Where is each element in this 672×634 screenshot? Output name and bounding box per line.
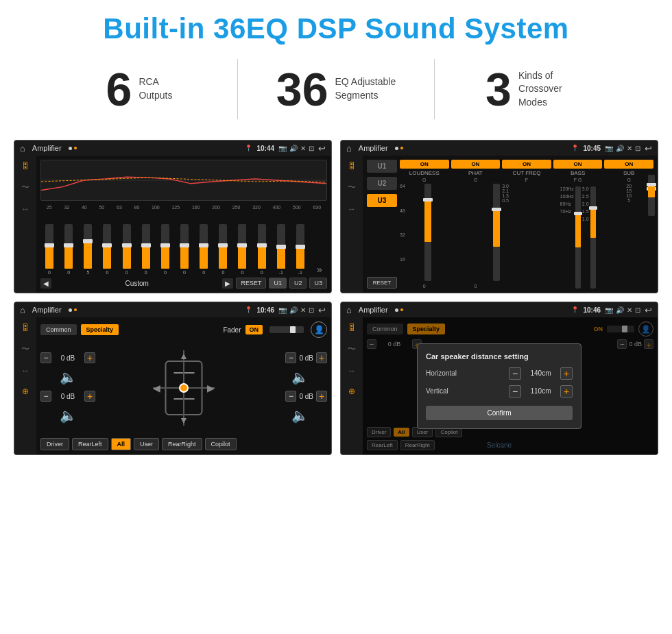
phat-on-btn[interactable]: ON (451, 160, 501, 169)
eq-slider-4: 0 (103, 224, 111, 275)
fader-knob[interactable] (179, 383, 189, 393)
vol-rl-plus[interactable]: + (84, 391, 95, 402)
dialog-vertical-label: Vertical (426, 387, 505, 395)
dot-1a (69, 147, 72, 150)
pos-copilot-btn[interactable]: Copilot (205, 438, 237, 450)
dialog-vertical-minus[interactable]: − (509, 385, 521, 398)
close-icon-1[interactable]: ✕ (300, 145, 306, 152)
back-icon-4[interactable]: ↩ (645, 305, 652, 315)
app-title-2: Amplifier (359, 144, 388, 152)
wave-icon-2[interactable]: 〜 (348, 182, 356, 193)
speaker-fr: 🔈 (272, 369, 327, 385)
speaker-icon-2[interactable]: ↔ (348, 204, 356, 214)
window-icon-2[interactable]: ⊡ (635, 145, 640, 152)
dialog-box: Car speaker distance setting Horizontal … (417, 343, 581, 429)
eq-slider-9: 0 (200, 224, 208, 275)
vol-fr-minus[interactable]: − (285, 352, 296, 363)
pos-user-btn[interactable]: User (134, 438, 159, 450)
dialog-horizontal-minus[interactable]: − (509, 367, 521, 380)
window-icon-1[interactable]: ⊡ (309, 145, 314, 152)
back-icon-2[interactable]: ↩ (645, 143, 652, 154)
vol-rr-minus[interactable]: − (285, 391, 296, 402)
app-title-4: Amplifier (359, 306, 388, 314)
dialog-vertical-row: Vertical − 110cm + (426, 385, 573, 398)
wave-icon[interactable]: 〜 (21, 182, 29, 193)
home-icon-1[interactable]: ⌂ (20, 143, 25, 154)
pos-all-btn[interactable]: All (111, 438, 132, 450)
eq-prev-btn[interactable]: ◀ (40, 278, 51, 289)
pin-icon-1: 📍 (245, 145, 252, 151)
loudness-on-btn[interactable]: ON (400, 160, 449, 169)
close-icon-3[interactable]: ✕ (300, 306, 306, 314)
crossover-left: U1 U2 U3 RESET (367, 160, 397, 289)
close-icon-4[interactable]: ✕ (627, 306, 632, 314)
status-bar-3: ⌂ Amplifier 📍 10:46 📷 🔊 ✕ ⊡ ↩ (14, 302, 331, 317)
eq-u3-btn[interactable]: U3 (309, 278, 327, 289)
vol-fl-minus[interactable]: − (40, 352, 51, 363)
cutfreq-on-btn[interactable]: ON (502, 160, 551, 169)
home-icon-2[interactable]: ⌂ (346, 143, 352, 154)
home-icon-4[interactable]: ⌂ (346, 305, 352, 315)
eq-u2-btn[interactable]: U2 (289, 278, 307, 289)
volume-icon-2: 🔊 (616, 145, 624, 152)
back-icon-3[interactable]: ↩ (318, 305, 326, 315)
wave-icon-3[interactable]: 〜 (21, 343, 29, 355)
dialog-vertical-plus[interactable]: + (560, 385, 573, 398)
bass-on-btn[interactable]: ON (553, 160, 603, 169)
eq-icon-2[interactable]: 🎛 (348, 161, 356, 171)
eq-u1-btn[interactable]: U1 (269, 278, 287, 289)
home-icon-3[interactable]: ⌂ (20, 305, 25, 315)
screen3-sidebar: 🎛 〜 ↔ ⊕ (14, 317, 36, 454)
close-icon-2[interactable]: ✕ (627, 145, 632, 152)
eq-icon-3[interactable]: 🎛 (21, 323, 29, 332)
crossover-reset-btn[interactable]: RESET (367, 277, 397, 289)
dialog-horizontal-plus[interactable]: + (560, 367, 573, 380)
arrow-left[interactable]: ◀ (153, 382, 160, 393)
dot-4b (400, 308, 403, 311)
volume-icon-3: 🔊 (289, 306, 298, 314)
vol-rl-minus[interactable]: − (40, 391, 51, 402)
screen-crossover: ⌂ Amplifier 📍 10:45 📷 🔊 ✕ ⊡ ↩ 🎛 〜 ↔ (340, 140, 658, 293)
vol-rr-plus[interactable]: + (316, 391, 327, 402)
status-bar-1: ⌂ Amplifier 📍 10:44 📷 🔊 ✕ ⊡ ↩ (14, 141, 331, 156)
tab-specialty-3[interactable]: Specialty (81, 324, 119, 335)
speaker-icon-side[interactable]: ↔ (21, 204, 29, 214)
pos-driver-btn[interactable]: Driver (40, 438, 69, 450)
vol-fr-plus[interactable]: + (316, 352, 327, 363)
u2-btn[interactable]: U2 (367, 177, 397, 190)
fader-icon-3[interactable]: ⊕ (22, 387, 29, 396)
back-icon-1[interactable]: ↩ (318, 143, 326, 154)
window-icon-4[interactable]: ⊡ (635, 306, 640, 314)
speaker-icon-3[interactable]: ↔ (21, 366, 29, 376)
window-icon-3[interactable]: ⊡ (309, 306, 314, 314)
profile-icon-3[interactable]: 👤 (311, 321, 327, 338)
arrow-up[interactable]: ▲ (179, 350, 189, 361)
eq-slider-5: 0 (123, 224, 131, 275)
status-icons-3: 📷 🔊 ✕ ⊡ (278, 306, 314, 314)
confirm-button[interactable]: Confirm (426, 406, 573, 420)
eq-reset-btn[interactable]: RESET (236, 278, 266, 289)
pin-icon-3: 📍 (245, 306, 252, 313)
eq-slider-8: 0 (180, 224, 189, 275)
pos-rearright-btn[interactable]: RearRight (162, 438, 202, 450)
loudness-label: LOUDNESS (409, 170, 440, 176)
eq-slider-10: 0 (219, 224, 227, 275)
dot-2a (395, 147, 398, 150)
screen2-main: U1 U2 U3 RESET ON LOUDNESS G 64 48 32 (363, 156, 658, 293)
vol-fl-plus[interactable]: + (84, 352, 95, 363)
arrow-down[interactable]: ▼ (179, 415, 189, 426)
eq-arrow-right[interactable]: » (317, 264, 322, 275)
sub-on-btn[interactable]: ON (604, 160, 653, 169)
fader-slider[interactable] (269, 326, 304, 333)
vol-rl-val: 0 dB (54, 393, 82, 400)
position-buttons: Driver RearLeft All User RearRight Copil… (40, 438, 327, 450)
arrow-right[interactable]: ▶ (207, 382, 215, 393)
fader-on-btn[interactable]: ON (245, 325, 263, 334)
u3-btn[interactable]: U3 (367, 194, 397, 207)
eq-next-btn[interactable]: ▶ (222, 278, 233, 289)
pos-rearleft-btn[interactable]: RearLeft (72, 438, 108, 450)
eq-icon-active[interactable]: 🎛 (21, 161, 29, 171)
u1-btn[interactable]: U1 (367, 160, 397, 173)
dots-4 (395, 308, 403, 312)
tab-common-3[interactable]: Common (40, 324, 77, 335)
